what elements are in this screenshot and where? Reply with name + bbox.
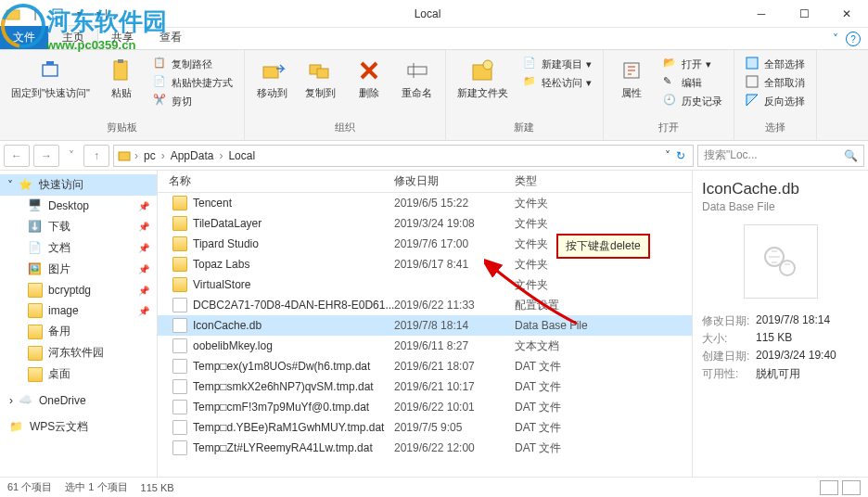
tab-view[interactable]: 查看 (147, 26, 195, 49)
minimize-button[interactable]: ─ (740, 0, 783, 28)
easy-access-icon: 📁 (523, 75, 538, 90)
file-name: Temp□cmF!3m7p9MuYf@0.tmp.dat (193, 401, 369, 414)
paste-button[interactable]: 粘贴 (99, 54, 144, 101)
file-row[interactable]: Temp□cmF!3m7p9MuYf@0.tmp.dat2019/6/22 10… (158, 397, 692, 417)
forward-button[interactable]: → (33, 145, 59, 167)
file-row[interactable]: Temp□d.YBEe)RaM1GwhMUY.tmp.dat2019/7/5 9… (158, 417, 692, 438)
delete-tooltip: 按下键盘delete (556, 234, 650, 259)
file-row[interactable]: IconCache.db2019/7/8 18:14Data Base File (158, 315, 692, 336)
folder-icon (28, 346, 43, 361)
move-to-button[interactable]: 移动到 (250, 54, 295, 101)
file-date: 2019/6/21 10:17 (394, 380, 515, 393)
qat-properties-icon[interactable] (48, 5, 67, 23)
cut-button[interactable]: ✂️剪切 (149, 93, 236, 109)
sidebar-item-desktop[interactable]: 🖥️Desktop📌 (0, 196, 157, 216)
pin-icon: 📌 (138, 201, 149, 211)
file-name: Temp□smkX2e6hNP7)qvSM.tmp.dat (193, 380, 374, 393)
search-icon[interactable]: 🔍 (844, 149, 858, 162)
new-item-button[interactable]: 📄新建项目▾ (519, 56, 595, 72)
sidebar-item-backup[interactable]: 备用 (0, 321, 157, 342)
file-date: 2019/7/8 18:14 (394, 319, 515, 332)
up-button[interactable]: ↑ (83, 145, 109, 167)
copy-to-button[interactable]: 复制到 (299, 54, 343, 101)
new-folder-icon (467, 56, 497, 85)
maximize-button[interactable]: ☐ (783, 0, 825, 28)
sidebar-item-image[interactable]: image📌 (0, 300, 157, 321)
address-dropdown[interactable]: ˅ (665, 149, 670, 162)
qat-overflow[interactable]: ▾ | (93, 5, 111, 23)
breadcrumb-pc[interactable]: pc (142, 149, 158, 162)
close-button[interactable]: ✕ (825, 0, 868, 28)
col-name[interactable]: 名称 (158, 173, 394, 189)
qat-dropdown-icon[interactable]: ▾ (70, 5, 89, 23)
view-large-button[interactable] (842, 480, 861, 495)
file-row[interactable]: Temp□Zt#LYReemyRA41Lw.tmp.dat2019/6/22 1… (158, 438, 692, 458)
properties-button[interactable]: 属性 (609, 54, 654, 101)
history-button[interactable]: 🕘历史记录 (659, 93, 726, 109)
paste-shortcut-button[interactable]: 📄粘贴快捷方式 (149, 74, 236, 91)
tab-share[interactable]: 共享 (98, 26, 147, 49)
folder-icon (28, 283, 43, 298)
sidebar-item-documents[interactable]: 📄文档📌 (0, 237, 157, 259)
copy-path-button[interactable]: 📋复制路径 (149, 56, 236, 72)
file-date: 2019/7/6 17:00 (394, 237, 515, 250)
status-count: 61 个项目 (7, 480, 52, 494)
breadcrumb[interactable]: › pc › AppData › Local ˅ ↻ (113, 145, 694, 167)
tab-file[interactable]: 文件 (0, 26, 48, 49)
search-box[interactable]: 搜索"Loc... 🔍 (697, 145, 864, 167)
sidebar-onedrive[interactable]: ›☁️OneDrive (0, 390, 157, 411)
easy-access-button[interactable]: 📁轻松访问▾ (519, 74, 595, 91)
sidebar-wps[interactable]: 📁WPS云文档 (0, 416, 157, 438)
file-row[interactable]: VirtualStore文件夹 (158, 274, 692, 295)
sidebar-item-desktop2[interactable]: 桌面 (0, 363, 157, 385)
new-folder-button[interactable]: 新建文件夹 (452, 54, 514, 101)
file-row[interactable]: oobelibMkey.log2019/6/11 8:27文本文档 (158, 336, 692, 356)
folder-icon (28, 367, 43, 382)
delete-button[interactable]: 删除 (347, 54, 391, 101)
chevron-right-icon[interactable]: › (133, 149, 140, 162)
select-none-button[interactable]: 全部取消 (742, 74, 809, 91)
file-row[interactable]: Tencent2019/6/5 15:22文件夹 (158, 193, 692, 213)
folder-icon (28, 303, 43, 318)
col-type[interactable]: 类型 (515, 173, 626, 189)
file-icon (172, 338, 187, 353)
pin-icon (35, 56, 65, 85)
view-details-button[interactable] (820, 480, 838, 495)
sidebar-item-hedong[interactable]: 河东软件园 (0, 342, 157, 363)
window-title: Local (115, 7, 740, 20)
pin-icon: 📌 (138, 306, 149, 316)
sidebar: ˅⭐快速访问 🖥️Desktop📌 ⬇️下载📌 📄文档📌 🖼️图片📌 bcryp… (0, 171, 158, 477)
file-row[interactable]: TileDataLayer2019/3/24 19:08文件夹 (158, 213, 692, 234)
rename-button[interactable]: 重命名 (395, 54, 440, 101)
sidebar-item-bcryptdg[interactable]: bcryptdg📌 (0, 280, 157, 300)
help-icon[interactable]: ? (846, 32, 861, 46)
back-button[interactable]: ← (4, 145, 30, 167)
sidebar-quick-access[interactable]: ˅⭐快速访问 (0, 174, 157, 196)
recent-button[interactable]: ˅ (63, 145, 80, 167)
col-date[interactable]: 修改日期 (394, 173, 515, 189)
chevron-right-icon[interactable]: › (160, 149, 167, 162)
file-row[interactable]: DCBC2A71-70D8-4DAN-EHR8-E0D61...2019/6/2… (158, 295, 692, 315)
detail-row: 修改日期:2019/7/8 18:14 (702, 313, 859, 329)
new-item-icon: 📄 (523, 57, 538, 71)
properties-icon (617, 56, 646, 85)
chevron-right-icon[interactable]: › (217, 149, 224, 162)
pin-quick-access-button[interactable]: 固定到"快速访问" (6, 54, 96, 101)
refresh-button[interactable]: ↻ (672, 149, 689, 162)
tab-home[interactable]: 主页 (48, 25, 98, 49)
breadcrumb-appdata[interactable]: AppData (169, 149, 216, 162)
file-type: DAT 文件 (515, 420, 626, 436)
file-row[interactable]: Temp□smkX2e6hNP7)qvSM.tmp.dat2019/6/21 1… (158, 376, 692, 397)
edit-button[interactable]: ✎编辑 (659, 74, 726, 91)
ribbon-collapse-icon[interactable]: ˅ (833, 32, 838, 45)
file-type: 文件夹 (515, 257, 626, 273)
sidebar-item-pictures[interactable]: 🖼️图片📌 (0, 259, 157, 280)
invert-selection-button[interactable]: 反向选择 (742, 93, 809, 109)
select-all-button[interactable]: 全部选择 (742, 56, 809, 72)
file-row[interactable]: Temp□ex(y1m8UOs#Dw(h6.tmp.dat2019/6/21 1… (158, 356, 692, 376)
file-date: 2019/6/11 8:27 (394, 339, 515, 352)
invert-icon (746, 94, 760, 108)
breadcrumb-local[interactable]: Local (226, 149, 257, 162)
sidebar-item-downloads[interactable]: ⬇️下载📌 (0, 216, 157, 237)
open-button[interactable]: 📂打开▾ (659, 56, 726, 72)
